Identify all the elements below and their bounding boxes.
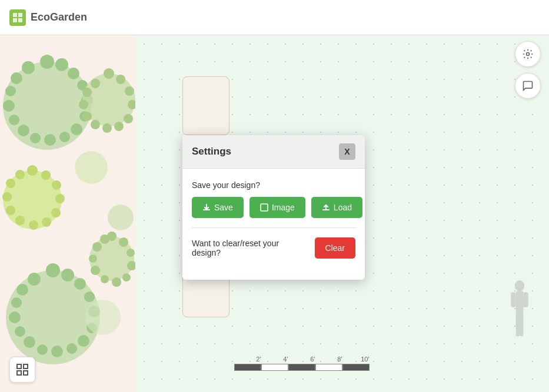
image-label: Image (272, 203, 295, 212)
save-section: Save your design? Save Image (192, 180, 355, 218)
clear-section: Want to clear/reset your design? Clear (192, 237, 355, 259)
download-icon (202, 203, 211, 212)
modal-title: Settings (192, 146, 231, 158)
modal-overlay: Settings X Save your design? Save (0, 0, 549, 392)
save-btn-group: Save Image Load (192, 197, 355, 218)
section-divider (192, 227, 355, 228)
image-button[interactable]: Image (249, 197, 305, 218)
modal-close-button[interactable]: X (339, 143, 355, 160)
clear-section-label: Want to clear/reset your design? (192, 239, 308, 257)
load-button[interactable]: Load (311, 197, 362, 218)
canvas-area: EcoGarden (0, 0, 549, 392)
settings-modal: Settings X Save your design? Save (182, 135, 365, 280)
upload-icon (322, 203, 330, 212)
modal-body: Save your design? Save Image (182, 169, 365, 280)
svg-rect-93 (261, 204, 268, 211)
image-icon (260, 203, 268, 212)
save-button[interactable]: Save (192, 197, 244, 218)
clear-button[interactable]: Clear (315, 237, 355, 259)
modal-header: Settings X (182, 135, 365, 169)
clear-row: Want to clear/reset your design? Clear (192, 237, 355, 259)
save-section-title: Save your design? (192, 180, 355, 190)
save-label: Save (214, 203, 233, 212)
load-label: Load (334, 203, 352, 212)
